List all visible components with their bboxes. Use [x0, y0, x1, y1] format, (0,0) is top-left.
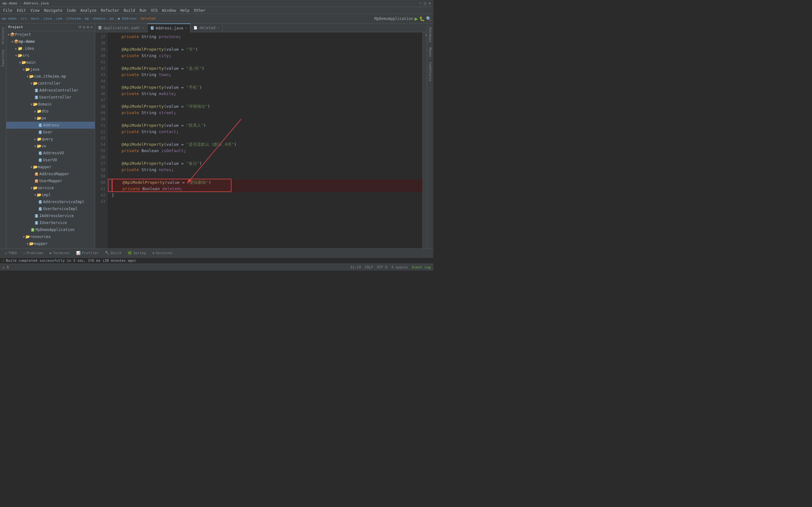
breadcrumb-deleted[interactable]: deleted [141, 16, 155, 20]
sync-icon[interactable]: ⟳ [78, 25, 82, 30]
menu-item-analyze[interactable]: Analyze [78, 8, 98, 13]
bottom-tab-build[interactable]: 🔨Build [102, 250, 124, 256]
tree-item-resources[interactable]: ▼📂resources [6, 233, 95, 240]
run-config-label[interactable]: MpDemoApplication [374, 16, 413, 21]
breadcrumb-mp-demo[interactable]: mp-demo [2, 16, 16, 20]
bottom-tab-services[interactable]: ⚙Services [150, 250, 175, 256]
tree-item-MpDemoApplication[interactable]: AMpDemoApplication [6, 226, 95, 233]
menu-item-file[interactable]: File [1, 8, 14, 13]
menu-item-build[interactable]: Build [122, 8, 137, 13]
event-log[interactable]: Event Log [412, 265, 431, 269]
tree-item-AddressServiceImpl[interactable]: CAddressServiceImpl [6, 199, 95, 205]
line-ending[interactable]: CRLF [365, 265, 373, 269]
warning-badge[interactable]: ⚠ 1 [3, 265, 9, 269]
code-content[interactable]: private String province; @ApiModelProper… [108, 32, 422, 248]
tree-item-AddressController[interactable]: CAddressController [6, 87, 95, 94]
tree-item-java[interactable]: ▼📂java [6, 66, 95, 73]
close-sidebar-icon[interactable]: ✕ [90, 25, 93, 30]
tree-item-project[interactable]: ▼📦Project [6, 31, 95, 38]
run-button[interactable]: ▶ [415, 16, 418, 21]
tree-item-query[interactable]: ▶📁query [6, 135, 95, 143]
java-tab-close[interactable]: ✕ [185, 26, 187, 30]
menu-item-vcs[interactable]: VCS [149, 8, 160, 13]
tree-item-mapper[interactable]: ▼📂mapper [6, 164, 95, 170]
status-bar: ⚠ 1 61:29 CRLF UTF-8 4 spaces Event Log [0, 264, 433, 271]
gear-icon[interactable]: ⚙ [87, 25, 89, 30]
menu-item-edit[interactable]: Edit [15, 8, 28, 13]
tree-item-UserServiceImpl[interactable]: CUserServiceImpl [6, 205, 95, 212]
yaml-tab-close[interactable]: ✕ [142, 26, 144, 30]
tree-label-AddressVO: AddressVO [43, 151, 64, 155]
indent[interactable]: 4 spaces [391, 265, 408, 269]
tree-item-IUserService[interactable]: IIUserService [6, 219, 95, 226]
menu-item-run[interactable]: Run [138, 8, 148, 13]
sidebar-toolbar-icons: ⟳ ≡ ⚙ ✕ [78, 25, 93, 30]
cursor-position[interactable]: 61:29 [351, 265, 361, 269]
title-controls[interactable]: − □ ✕ [419, 1, 431, 5]
menu-item-help[interactable]: Help [179, 8, 192, 13]
tree-icon-IUserService: I [35, 221, 38, 225]
minimize-btn[interactable]: − [419, 1, 421, 5]
tree-item-dto[interactable]: ▶📁dto [6, 108, 95, 115]
tree-item-src[interactable]: ▼📂src [6, 52, 95, 59]
tree-item-IAddressService[interactable]: IIAddressService [6, 212, 95, 219]
tree-item-User[interactable]: CUser [6, 129, 95, 135]
maven-tab[interactable]: Maven [428, 45, 433, 60]
deleted-tab-close[interactable]: ✕ [217, 26, 219, 30]
tree-item-domain[interactable]: ▼📂domain [6, 101, 95, 108]
tree-item-UserMapper[interactable]: MUserMapper [6, 177, 95, 184]
tree-item-UserController[interactable]: CUserController [6, 94, 95, 101]
tree-item-po[interactable]: ▼📂po [6, 115, 95, 122]
code-line-58: private String notes; [112, 167, 422, 173]
breadcrumb-address[interactable]: ● Address [118, 16, 137, 20]
maximize-btn[interactable]: □ [424, 1, 426, 5]
database-tab[interactable]: Database [428, 25, 433, 45]
tree-item-service[interactable]: ▼📂service [6, 184, 95, 191]
menu-item-refactor[interactable]: Refactor [99, 8, 121, 13]
search-button[interactable]: 🔍 [426, 16, 432, 21]
menu-item-other[interactable]: Other [192, 8, 207, 13]
menu-item-view[interactable]: View [29, 8, 42, 13]
tree-item-mapper-res[interactable]: ▼📂mapper [6, 240, 95, 247]
bottom-tab-problems[interactable]: ⚠Problems [20, 250, 46, 256]
structure-tab[interactable]: Structure [1, 25, 5, 47]
tab-application-yaml[interactable]: Y application.yaml ✕ [95, 23, 148, 32]
breadcrumb-com[interactable]: com [56, 16, 62, 20]
bottom-tab-profiler[interactable]: 📊Profiler [73, 250, 101, 256]
charset[interactable]: UTF-8 [377, 265, 387, 269]
tab-address-java[interactable]: C Address.java ✕ [148, 23, 191, 32]
code-line-63 [112, 199, 422, 205]
breadcrumb-itheima[interactable]: itheima [66, 16, 81, 20]
tree-item-com.itheima.mp[interactable]: ▼📂com.itheima.mp [6, 73, 95, 80]
favorites-tab[interactable]: Favorites [1, 47, 5, 69]
breadcrumb-java[interactable]: java [44, 16, 52, 20]
tree-item-idea[interactable]: ▶📁.idea [6, 45, 95, 52]
tree-item-controller[interactable]: ▼📂controller [6, 80, 95, 87]
expand-icon[interactable]: ≡ [83, 25, 86, 30]
tree-item-Address[interactable]: CAddress [6, 122, 95, 129]
menu-item-window[interactable]: Window [160, 8, 177, 13]
breadcrumb-main[interactable]: main [31, 16, 39, 20]
tree-item-AddressVO[interactable]: CAddressVO [6, 150, 95, 157]
bottom-tab-spring[interactable]: 🌿Spring [125, 250, 148, 256]
tree-item-main[interactable]: ▼📂main [6, 59, 95, 66]
tree-item-UserVO[interactable]: CUserVO [6, 157, 95, 164]
tree-item-impl[interactable]: ▼📂impl [6, 191, 95, 199]
close-btn[interactable]: ✕ [428, 1, 431, 5]
bottom-tab-todo[interactable]: ☑TODO [3, 250, 19, 256]
menu-bar: FileEditViewNavigateCodeAnalyzeRefactorB… [0, 7, 433, 14]
breadcrumb-domain[interactable]: domain [93, 16, 106, 20]
codeglance-tab[interactable]: CodeGlance [428, 60, 433, 83]
breadcrumb-po[interactable]: po [109, 16, 113, 20]
breadcrumb-mp[interactable]: mp [85, 16, 89, 20]
tree-item-AddressMapper[interactable]: MAddressMapper [6, 170, 95, 177]
tree-item-vo[interactable]: ▼📂vo [6, 143, 95, 150]
tab-deleted[interactable]: 📄 deleted ✕ [190, 23, 223, 32]
tree-item-mp-demo[interactable]: ▼📦mp-demo [6, 38, 95, 45]
debug-button[interactable]: 🐛 [419, 16, 425, 21]
tree-label-Address: Address [43, 123, 59, 127]
bottom-tab-terminal[interactable]: ▶Terminal [47, 250, 72, 256]
breadcrumb-src[interactable]: src [20, 16, 27, 20]
menu-item-navigate[interactable]: Navigate [42, 8, 64, 13]
menu-item-code[interactable]: Code [65, 8, 78, 13]
